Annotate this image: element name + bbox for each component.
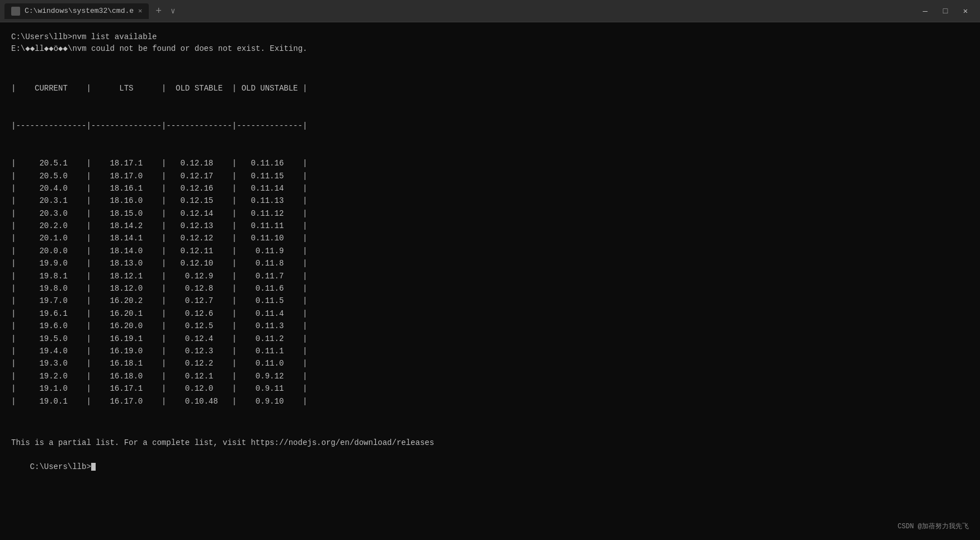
- table-row: | 20.5.0 | 18.17.0 | 0.12.17 | 0.11.15 |: [11, 170, 969, 182]
- table-row: | 19.8.1 | 18.12.1 | 0.12.9 | 0.11.7 |: [11, 270, 969, 282]
- table-row: | 19.0.1 | 16.17.0 | 0.10.48 | 0.9.10 |: [11, 395, 969, 408]
- table-row: | 20.2.0 | 18.14.2 | 0.12.13 | 0.11.11 |: [11, 220, 969, 232]
- table-row: | 19.8.0 | 18.12.0 | 0.12.8 | 0.11.6 |: [11, 282, 969, 295]
- terminal-tab[interactable]: C:\windows\system32\cmd.e ✕: [4, 3, 149, 19]
- command-input-line: C:\Users\llb>nvm list available: [11, 31, 969, 43]
- tab-close-button[interactable]: ✕: [138, 7, 142, 15]
- nvm-table: | CURRENT | LTS | OLD STABLE | OLD UNSTA…: [11, 57, 969, 433]
- table-separator: |---------------|---------------|-------…: [11, 120, 969, 132]
- terminal-icon: [11, 7, 20, 16]
- table-row: | 19.2.0 | 16.18.0 | 0.12.1 | 0.9.12 |: [11, 370, 969, 382]
- cursor: [91, 463, 96, 471]
- table-row: | 19.1.0 | 16.17.1 | 0.12.0 | 0.9.11 |: [11, 382, 969, 395]
- table-row: | 20.3.0 | 18.15.0 | 0.12.14 | 0.11.12 |: [11, 207, 969, 220]
- table-row: | 19.3.0 | 16.18.1 | 0.12.2 | 0.11.0 |: [11, 357, 969, 370]
- table-row: | 20.5.1 | 18.17.1 | 0.12.18 | 0.11.16 |: [11, 157, 969, 169]
- minimize-button[interactable]: —: [920, 7, 931, 16]
- window-controls: — □ ✕: [920, 6, 976, 16]
- prompt: C:\Users\llb>: [30, 462, 91, 471]
- table-row: | 19.5.0 | 16.19.1 | 0.12.4 | 0.11.2 |: [11, 333, 969, 345]
- new-tab-button[interactable]: +: [151, 6, 166, 17]
- watermark: CSDN @加蓓努力我先飞: [898, 522, 969, 531]
- title-bar: C:\windows\system32\cmd.e ✕ + ∨ — □ ✕: [0, 0, 980, 22]
- table-rows: | 20.5.1 | 18.17.1 | 0.12.18 | 0.11.16 |…: [11, 157, 969, 408]
- table-row: | 19.6.0 | 16.20.0 | 0.12.5 | 0.11.3 |: [11, 320, 969, 332]
- error-line: E:\◆◆ll◆◆ö◆◆\nvm could not be found or d…: [11, 43, 969, 55]
- footer-text: This is a partial list. For a complete l…: [11, 437, 969, 449]
- table-row: | 20.1.0 | 18.14.1 | 0.12.12 | 0.11.10 |: [11, 232, 969, 244]
- table-row: | 20.4.0 | 18.16.1 | 0.12.16 | 0.11.14 |: [11, 182, 969, 195]
- table-row: | 19.9.0 | 18.13.0 | 0.12.10 | 0.11.8 |: [11, 257, 969, 269]
- terminal-body: C:\Users\llb>nvm list available E:\◆◆ll◆…: [0, 22, 980, 540]
- table-header: | CURRENT | LTS | OLD STABLE | OLD UNSTA…: [11, 82, 969, 94]
- tab-label: C:\windows\system32\cmd.e: [25, 7, 134, 15]
- prompt-line: C:\Users\llb>: [11, 453, 969, 480]
- table-row: | 20.3.1 | 18.16.0 | 0.12.15 | 0.11.13 |: [11, 195, 969, 207]
- table-row: | 20.0.0 | 18.14.0 | 0.12.11 | 0.11.9 |: [11, 245, 969, 257]
- table-row: | 19.7.0 | 16.20.2 | 0.12.7 | 0.11.5 |: [11, 295, 969, 307]
- close-button[interactable]: ✕: [960, 6, 971, 16]
- maximize-button[interactable]: □: [940, 7, 951, 16]
- dropdown-button[interactable]: ∨: [168, 6, 177, 16]
- table-row: | 19.4.0 | 16.19.0 | 0.12.3 | 0.11.1 |: [11, 345, 969, 357]
- table-row: | 19.6.1 | 16.20.1 | 0.12.6 | 0.11.4 |: [11, 307, 969, 320]
